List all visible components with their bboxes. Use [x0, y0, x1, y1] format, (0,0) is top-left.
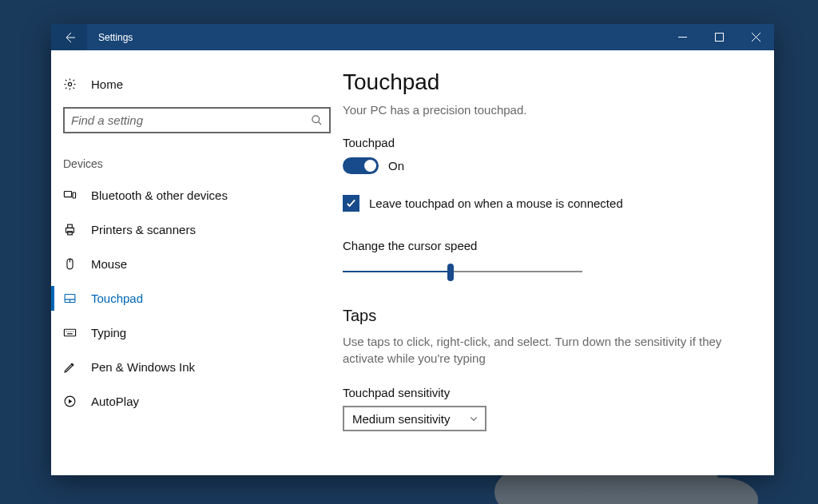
home-label: Home [91, 77, 123, 91]
back-button[interactable] [51, 24, 87, 50]
devices-icon [63, 189, 77, 202]
sidebar-item-label: Typing [91, 326, 126, 339]
sidebar-item-touchpad[interactable]: Touchpad [51, 281, 343, 315]
checkmark-icon [345, 197, 357, 209]
sensitivity-label: Touchpad sensitivity [343, 386, 742, 399]
touchpad-toggle-label: Touchpad [343, 136, 742, 149]
page-subtitle: Your PC has a precision touchpad. [343, 103, 742, 117]
titlebar: Settings [51, 24, 774, 50]
sidebar-item-label: Bluetooth & other devices [91, 189, 228, 202]
sidebar-item-pen[interactable]: Pen & Windows Ink [51, 350, 343, 384]
gear-icon [63, 77, 77, 91]
sensitivity-dropdown[interactable]: Medium sensitivity [343, 406, 486, 431]
sensitivity-value: Medium sensitivity [352, 412, 451, 426]
sidebar-item-label: AutoPlay [91, 395, 139, 408]
svg-rect-12 [68, 232, 73, 235]
sidebar-item-mouse[interactable]: Mouse [51, 247, 343, 281]
sidebar-item-printers[interactable]: Printers & scanners [51, 212, 343, 247]
close-button[interactable] [737, 24, 774, 50]
printer-icon [63, 223, 77, 236]
svg-rect-5 [715, 34, 723, 42]
touchpad-toggle[interactable] [343, 157, 379, 174]
window-title: Settings [98, 32, 133, 43]
chevron-down-icon [469, 414, 478, 423]
sidebar-item-label: Mouse [91, 257, 127, 271]
search-box[interactable] [63, 107, 331, 133]
minimize-icon [678, 33, 687, 42]
maximize-button[interactable] [701, 24, 737, 50]
sidebar-item-label: Printers & scanners [91, 223, 196, 236]
page-title: Touchpad [343, 69, 742, 95]
toggle-state-label: On [388, 159, 404, 173]
svg-rect-15 [64, 329, 75, 336]
category-label: Devices [51, 141, 343, 178]
autoplay-icon [63, 395, 77, 408]
settings-window: Settings Home [51, 24, 774, 475]
mouse-icon [63, 257, 77, 271]
close-icon [752, 33, 760, 42]
pen-icon [63, 360, 77, 374]
svg-point-2 [590, 470, 678, 504]
main-panel: Touchpad Your PC has a precision touchpa… [343, 50, 774, 475]
home-button[interactable]: Home [51, 71, 343, 97]
sidebar-item-label: Pen & Windows Ink [91, 360, 195, 374]
taps-heading: Taps [343, 307, 742, 325]
svg-point-7 [312, 116, 320, 123]
svg-rect-9 [73, 192, 76, 198]
sidebar-item-autoplay[interactable]: AutoPlay [51, 384, 343, 419]
leave-touchpad-on-checkbox[interactable] [343, 195, 359, 212]
sidebar-item-typing[interactable]: Typing [51, 315, 343, 350]
cursor-speed-slider[interactable] [343, 264, 582, 280]
keyboard-icon [63, 326, 77, 339]
search-icon [311, 114, 323, 126]
minimize-button[interactable] [664, 24, 701, 50]
sidebar-item-label: Touchpad [91, 292, 143, 305]
maximize-icon [715, 33, 724, 42]
svg-point-4 [686, 478, 758, 504]
sidebar-item-bluetooth[interactable]: Bluetooth & other devices [51, 178, 343, 212]
touchpad-icon [63, 292, 77, 305]
svg-rect-8 [64, 192, 71, 197]
arrow-left-icon [63, 31, 76, 44]
checkbox-label: Leave touchpad on when a mouse is connec… [369, 196, 623, 210]
cursor-speed-label: Change the cursor speed [343, 239, 742, 252]
svg-point-6 [68, 82, 71, 85]
search-input[interactable] [71, 113, 311, 127]
sidebar: Home Devices Bluetooth & other devices [51, 50, 343, 475]
svg-rect-11 [68, 224, 73, 228]
taps-description: Use taps to click, right-click, and sele… [343, 333, 726, 367]
